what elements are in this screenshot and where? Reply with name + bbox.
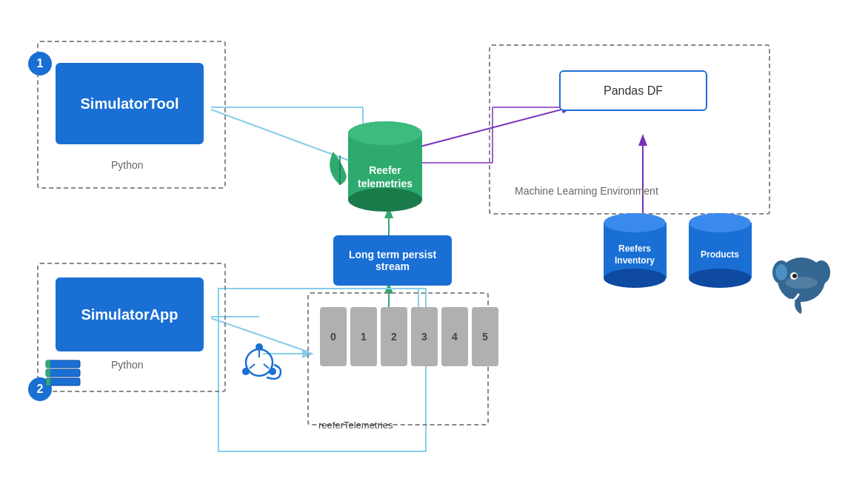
svg-point-37 bbox=[604, 269, 666, 288]
svg-point-31 bbox=[348, 121, 422, 145]
svg-rect-15 bbox=[46, 360, 80, 368]
svg-rect-17 bbox=[46, 378, 80, 386]
products-cylinder: Products bbox=[685, 211, 755, 299]
svg-text:Reefers: Reefers bbox=[618, 243, 651, 254]
simulator-app-python-label: Python bbox=[111, 359, 144, 371]
badge-1: 1 bbox=[28, 52, 52, 75]
partition-0: 0 bbox=[320, 307, 347, 366]
partition-4: 4 bbox=[441, 307, 468, 366]
svg-point-22 bbox=[256, 343, 263, 351]
svg-point-47 bbox=[775, 264, 787, 280]
reefer-telemetries-label: reeferTelemetries bbox=[318, 420, 393, 431]
svg-line-27 bbox=[264, 364, 269, 368]
partition-2: 2 bbox=[381, 307, 407, 366]
simulator-app-rect: SimulatorApp bbox=[56, 277, 204, 351]
simulator-tool-python-label: Python bbox=[111, 159, 144, 171]
long-term-persist-box: Long term persist stream bbox=[333, 235, 452, 286]
pandas-df-box: Pandas DF bbox=[559, 70, 707, 111]
svg-point-42 bbox=[689, 269, 751, 288]
partition-5: 5 bbox=[472, 307, 498, 366]
svg-point-24 bbox=[269, 368, 276, 375]
simulator-tool-rect: SimulatorTool bbox=[56, 63, 204, 144]
svg-point-23 bbox=[242, 368, 250, 375]
svg-point-50 bbox=[785, 277, 818, 289]
svg-point-41 bbox=[689, 213, 751, 232]
postgresql-icon bbox=[770, 252, 833, 321]
svg-text:telemetries: telemetries bbox=[358, 178, 413, 189]
svg-point-36 bbox=[604, 213, 666, 232]
svg-rect-19 bbox=[46, 369, 50, 377]
svg-line-26 bbox=[250, 364, 255, 368]
svg-text:Inventory: Inventory bbox=[615, 255, 655, 266]
kafka-partitions: 0 1 2 3 4 5 bbox=[320, 307, 498, 366]
svg-rect-20 bbox=[46, 378, 50, 386]
svg-text:Reefer: Reefer bbox=[369, 164, 401, 176]
svg-rect-18 bbox=[46, 360, 50, 368]
mongodb-cylinder: Reefer telemetries bbox=[341, 118, 430, 218]
kafka-icon bbox=[44, 359, 81, 395]
ml-env-label: Machine Learning Environment bbox=[515, 185, 658, 197]
partition-3: 3 bbox=[411, 307, 438, 366]
svg-rect-16 bbox=[46, 369, 80, 377]
diagram: 1 SimulatorTool Python 2 SimulatorApp Py… bbox=[0, 0, 868, 478]
svg-point-30 bbox=[348, 188, 422, 212]
svg-text:Products: Products bbox=[701, 249, 739, 260]
reefers-inventory-cylinder: Reefers Inventory bbox=[600, 211, 670, 299]
kafka-broker-icon bbox=[237, 337, 281, 391]
partition-1: 1 bbox=[350, 307, 377, 366]
